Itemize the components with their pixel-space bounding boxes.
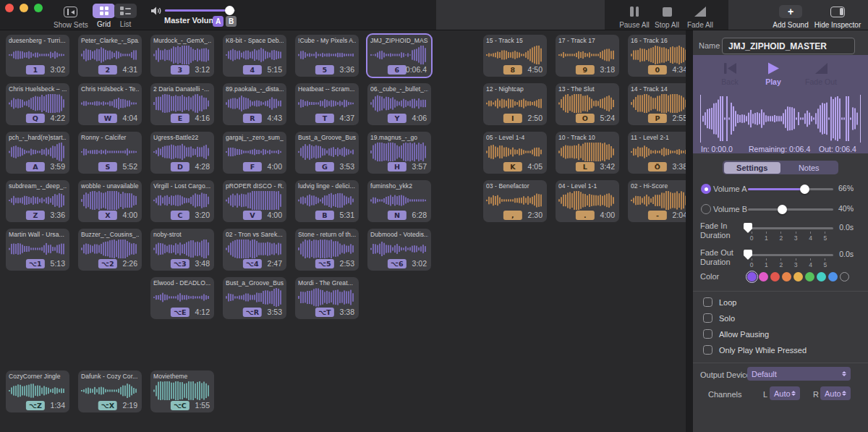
sound-tile[interactable]: pch_-_hard(re)start...A3:59 — [6, 132, 69, 174]
channel-r-dropdown[interactable]: Auto — [820, 386, 851, 400]
checkbox[interactable] — [703, 345, 712, 355]
volume-b-slider[interactable] — [748, 208, 833, 211]
color-swatch-none[interactable] — [840, 272, 849, 281]
sound-tile[interactable]: 12 - NightcapI2:50 — [483, 83, 547, 125]
volume-a-slider[interactable] — [748, 188, 833, 190]
sound-tile[interactable]: Stone - return of th...⌥52:53 — [295, 229, 359, 271]
out-marker[interactable] — [860, 95, 861, 143]
sound-tile[interactable]: CozyCorner Jingle⌥Z1:34 — [6, 370, 69, 412]
master-volume-knob[interactable] — [225, 6, 234, 15]
sound-tile[interactable]: 05 - Level 1-4K4:05 — [483, 132, 547, 174]
back-button[interactable]: Back — [712, 62, 748, 86]
sound-tile[interactable]: wobble - unavailableX4:00 — [78, 180, 142, 222]
add-sound-button[interactable]: + Add Sound — [773, 4, 809, 29]
show-sets-button[interactable]: Show Sets — [54, 4, 88, 29]
sound-tile[interactable]: 15 - Track 1584:50 — [483, 35, 547, 77]
sound-tile[interactable]: Elwood - DEADLO...⌥E4:12 — [150, 277, 214, 319]
pause-all-button[interactable]: Pause All — [616, 4, 652, 29]
hide-inspector-button[interactable]: Hide Inspector — [810, 4, 865, 29]
sound-tile[interactable]: Heatbeat -- Scram...T4:37 — [295, 83, 359, 125]
color-swatch[interactable] — [805, 272, 814, 281]
scrollbar-gutter[interactable] — [686, 30, 693, 432]
sound-tile[interactable]: Murdock_-_GemX_...33:12 — [150, 35, 214, 77]
list-view-button[interactable]: List — [114, 4, 137, 28]
checkbox-row-only-play-while-pressed[interactable]: Only Play While Pressed — [693, 343, 868, 359]
grid-view-button[interactable]: Grid — [93, 4, 115, 28]
sound-tile[interactable]: ludvig linge - delici...B5:31 — [295, 180, 359, 222]
sound-tile[interactable]: Bust_a_Groove_Bus...⌥R3:53 — [223, 277, 286, 319]
sound-tile[interactable]: !Cube - My Pixels A...53:36 — [295, 35, 359, 77]
checkbox-row-allow-pausing[interactable]: Allow Pausing — [693, 327, 868, 343]
checkbox-row-loop[interactable]: Loop — [693, 295, 868, 311]
color-swatch[interactable] — [793, 272, 803, 281]
fade-out-slider[interactable] — [748, 254, 833, 256]
sound-tile[interactable]: pROPER dISCO - R...V4:00 — [223, 180, 286, 222]
volume-a-radio[interactable] — [701, 184, 711, 194]
sound-tile[interactable]: 03 - Benefactor,2:30 — [483, 180, 547, 222]
sound-tile[interactable]: fuminsho_ykk2N6:28 — [367, 180, 431, 222]
sound-tile[interactable]: Mordi - The Great...⌥T3:38 — [295, 277, 359, 319]
color-swatch[interactable] — [828, 272, 838, 281]
volume-a-knob[interactable] — [800, 185, 809, 194]
sound-tile[interactable]: Bust_a_Groove_Bus...G3:53 — [295, 132, 359, 174]
sound-tile[interactable]: Martin Wall - Ursa...⌥15:13 — [6, 229, 69, 271]
sound-tile[interactable]: subdream_-_deep_...Z3:36 — [6, 180, 69, 222]
output-device-dropdown[interactable]: Default — [747, 367, 851, 381]
fade-all-button[interactable]: Fade All — [683, 4, 718, 29]
sound-tile[interactable]: Chris Hülsbeck - Te...W4:04 — [78, 83, 142, 125]
sound-tile[interactable]: gargaj_-_zero_sum_...F4:00 — [223, 132, 286, 174]
sound-tile[interactable]: 11 - Level 2-1Ö3:38 — [628, 132, 692, 174]
color-swatch[interactable] — [782, 272, 791, 281]
sound-tile[interactable]: 02 - Tron vs Sarek...⌥42:47 — [223, 229, 286, 271]
tab-settings[interactable]: Settings — [724, 162, 781, 174]
minimize-window-button[interactable] — [20, 4, 28, 12]
sound-tile[interactable]: Virgill - Lost Cargo...C3:20 — [150, 180, 214, 222]
sound-tile[interactable]: Dafunk - Cozy Cor...⌥X2:19 — [78, 370, 142, 412]
close-window-button[interactable] — [5, 4, 14, 12]
sound-tile[interactable]: 04 - Level 1-1.4:00 — [556, 180, 619, 222]
sound-tile[interactable]: Dubmood - Votedis...⌥63:02 — [367, 229, 431, 271]
fade-in-slider[interactable] — [748, 227, 833, 229]
volume-b-knob[interactable] — [778, 205, 787, 214]
volume-a-button[interactable]: A — [213, 16, 224, 27]
sound-tile[interactable]: Chris Huelsbeck – ...Q4:22 — [6, 83, 69, 125]
volume-b-radio[interactable] — [701, 204, 711, 214]
sound-tile[interactable]: Movietheme⌥C1:55 — [150, 370, 214, 412]
sound-tile[interactable]: 17 - Track 1793:18 — [556, 35, 619, 77]
sound-tile[interactable]: JMJ_ZIPHOID_MAS...60:06.4 — [367, 35, 431, 77]
sound-tile[interactable]: 19.magnus_-_goH3:57 — [367, 132, 431, 174]
sound-tile[interactable]: Peter_Clarke_-_Spa...24:31 — [78, 35, 142, 77]
in-marker[interactable] — [700, 95, 701, 143]
checkbox-row-solo[interactable]: Solo — [693, 311, 868, 327]
sound-tile[interactable]: 2 Daria Danatelli -...E4:16 — [150, 83, 214, 125]
sound-tile[interactable]: duesenberg - Turri...13:02 — [6, 35, 69, 77]
sound-tile[interactable]: 06._cube_-_bullet_...Y4:06 — [367, 83, 431, 125]
sound-tile[interactable]: noby-strot⌥33:48 — [150, 229, 214, 271]
checkbox[interactable] — [703, 329, 712, 339]
sound-tile[interactable]: 89.paokala_-_dista...R4:43 — [223, 83, 286, 125]
volume-b-button[interactable]: B — [226, 16, 237, 27]
sound-tile[interactable]: Ronny - CalciferS5:52 — [78, 132, 142, 174]
master-volume-slider[interactable] — [165, 9, 235, 12]
sound-tile[interactable]: 02 - Hi-Score-2:04 — [628, 180, 692, 222]
color-swatch[interactable] — [747, 272, 757, 281]
sound-tile[interactable]: Buzzer_-_Cousins_...⌥22:26 — [78, 229, 142, 271]
zoom-window-button[interactable] — [34, 4, 43, 12]
sound-tile[interactable]: 14 - Track 14P2:55 — [628, 83, 692, 125]
stop-all-button[interactable]: Stop All — [650, 4, 684, 29]
channel-l-dropdown[interactable]: Auto — [770, 386, 800, 400]
color-swatch[interactable] — [817, 272, 826, 281]
checkbox[interactable] — [703, 313, 712, 323]
inspector-waveform[interactable] — [700, 95, 861, 143]
color-swatch[interactable] — [759, 272, 768, 281]
sound-tile[interactable]: K8-bit - Space Deb...45:15 — [223, 35, 286, 77]
sound-tile[interactable]: 10 - Track 10L3:42 — [556, 132, 619, 174]
tab-notes[interactable]: Notes — [780, 162, 838, 174]
name-field[interactable] — [722, 38, 855, 54]
checkbox[interactable] — [703, 297, 712, 307]
sound-tile[interactable]: Ugress-Battle22D4:28 — [150, 132, 214, 174]
fade-out-button[interactable]: Fade Out — [803, 62, 839, 86]
sound-tile[interactable]: 16 - Track 1604:34 — [628, 35, 692, 77]
sound-tile[interactable]: 13 - The SlutO5:24 — [556, 83, 619, 125]
color-swatch[interactable] — [770, 272, 780, 281]
